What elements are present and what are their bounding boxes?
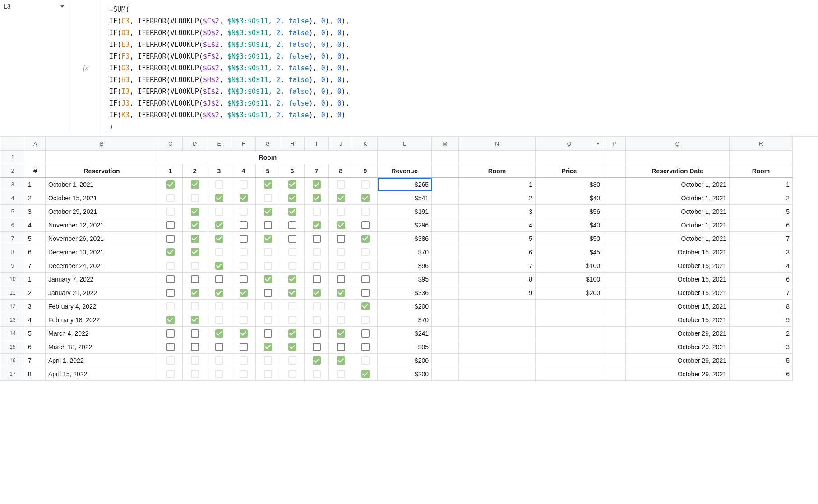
checkbox-icon[interactable] (337, 343, 345, 351)
cell-I3[interactable] (305, 178, 329, 191)
cell-F16[interactable] (231, 354, 256, 367)
cell-P7[interactable] (603, 232, 626, 245)
cell-P12[interactable] (603, 300, 626, 313)
cell-H9[interactable] (280, 259, 305, 273)
checkbox-icon[interactable] (191, 221, 199, 229)
cell-M10[interactable] (432, 273, 459, 286)
checkbox-icon[interactable] (264, 343, 272, 351)
checkbox-icon[interactable] (264, 248, 272, 256)
cell-A9[interactable]: 7 (25, 259, 46, 273)
cell-B11[interactable]: January 21, 2022 (46, 286, 158, 300)
cell-I16[interactable] (305, 354, 329, 367)
checkbox-icon[interactable] (240, 221, 248, 229)
cell-Q1[interactable] (626, 151, 730, 164)
cell-G16[interactable] (256, 354, 280, 367)
cell-J9[interactable] (329, 259, 353, 273)
cell-B10[interactable]: January 7, 2022 (46, 273, 158, 286)
row-header-15[interactable]: 15 (0, 340, 25, 354)
checkbox-icon[interactable] (240, 343, 248, 351)
cell-N11[interactable]: 9 (459, 286, 536, 300)
cell-H7[interactable] (280, 232, 305, 245)
cell-C2[interactable]: 1 (158, 164, 183, 178)
row-header-3[interactable]: 3 (0, 178, 25, 191)
checkbox-icon[interactable] (191, 208, 199, 216)
cell-I15[interactable] (305, 340, 329, 354)
cell-M9[interactable] (432, 259, 459, 273)
cell-R5[interactable]: 5 (730, 205, 793, 218)
cell-B6[interactable]: November 12, 2021 (46, 218, 158, 232)
checkbox-icon[interactable] (337, 316, 345, 324)
cell-A3[interactable]: 1 (25, 178, 46, 191)
cell-G8[interactable] (256, 245, 280, 259)
checkbox-icon[interactable] (166, 329, 175, 338)
col-header-M[interactable]: M (432, 137, 459, 151)
checkbox-icon[interactable] (337, 289, 345, 297)
cell-L12[interactable]: $200 (378, 300, 432, 313)
cell-O17[interactable] (536, 367, 603, 381)
cell-C9[interactable] (158, 259, 183, 273)
cell-R1[interactable] (730, 151, 793, 164)
cell-Q16[interactable]: October 29, 2021 (626, 354, 730, 367)
row-header-7[interactable]: 7 (0, 232, 25, 245)
cell-B4[interactable]: October 15, 2021 (46, 191, 158, 205)
cell-G7[interactable] (256, 232, 280, 245)
checkbox-icon[interactable] (166, 208, 175, 216)
cell-P9[interactable] (603, 259, 626, 273)
row-header-9[interactable]: 9 (0, 259, 25, 273)
checkbox-icon[interactable] (215, 208, 223, 216)
cell-D5[interactable] (183, 205, 207, 218)
cell-K7[interactable] (353, 232, 378, 245)
cell-R6[interactable]: 6 (730, 218, 793, 232)
cell-P10[interactable] (603, 273, 626, 286)
cell-P15[interactable] (603, 340, 626, 354)
checkbox-icon[interactable] (240, 194, 248, 202)
cell-K8[interactable] (353, 245, 378, 259)
checkbox-icon[interactable] (288, 289, 296, 297)
cell-L7[interactable]: $386 (378, 232, 432, 245)
cell-E17[interactable] (207, 367, 231, 381)
cell-E13[interactable] (207, 313, 231, 327)
cell-D16[interactable] (183, 354, 207, 367)
cell-G13[interactable] (256, 313, 280, 327)
cell-D2[interactable]: 2 (183, 164, 207, 178)
checkbox-icon[interactable] (288, 248, 296, 256)
row-header-5[interactable]: 5 (0, 205, 25, 218)
cell-A1[interactable] (25, 151, 46, 164)
cell-I12[interactable] (305, 300, 329, 313)
cell-L11[interactable]: $336 (378, 286, 432, 300)
checkbox-icon[interactable] (215, 302, 223, 310)
cell-A6[interactable]: 4 (25, 218, 46, 232)
cell-H16[interactable] (280, 354, 305, 367)
cell-L14[interactable]: $241 (378, 327, 432, 340)
cell-E5[interactable] (207, 205, 231, 218)
cell-C6[interactable] (158, 218, 183, 232)
cell-J14[interactable] (329, 327, 353, 340)
cell-F6[interactable] (231, 218, 256, 232)
col-header-G[interactable]: G (256, 137, 280, 151)
name-box[interactable]: L3 (0, 0, 68, 13)
checkbox-icon[interactable] (288, 221, 296, 229)
checkbox-icon[interactable] (240, 356, 248, 365)
checkbox-icon[interactable] (215, 370, 223, 378)
col-header-N[interactable]: N (459, 137, 536, 151)
checkbox-icon[interactable] (288, 316, 296, 324)
cell-Q13[interactable]: October 15, 2021 (626, 313, 730, 327)
cell-I13[interactable] (305, 313, 329, 327)
cell-I10[interactable] (305, 273, 329, 286)
cell-J8[interactable] (329, 245, 353, 259)
cell-Q11[interactable]: October 15, 2021 (626, 286, 730, 300)
cell-O7[interactable]: $50 (536, 232, 603, 245)
cell-I17[interactable] (305, 367, 329, 381)
cell-M6[interactable] (432, 218, 459, 232)
checkbox-icon[interactable] (288, 235, 296, 243)
row-header-1[interactable]: 1 (0, 151, 25, 164)
cell-K6[interactable] (353, 218, 378, 232)
checkbox-icon[interactable] (264, 275, 272, 283)
cell-A14[interactable]: 5 (25, 327, 46, 340)
cell-K9[interactable] (353, 259, 378, 273)
cell-H15[interactable] (280, 340, 305, 354)
cell-H2[interactable]: 6 (280, 164, 305, 178)
cell-M16[interactable] (432, 354, 459, 367)
cell-O3[interactable]: $30 (536, 178, 603, 191)
checkbox-icon[interactable] (337, 329, 345, 338)
